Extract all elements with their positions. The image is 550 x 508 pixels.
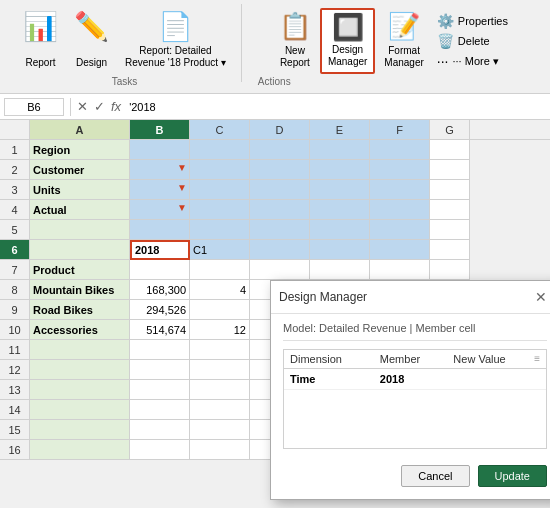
cell-f7[interactable]: [370, 260, 430, 280]
cell-e7[interactable]: [310, 260, 370, 280]
cell-f1[interactable]: [370, 140, 430, 160]
cell-b6[interactable]: 2018: [130, 240, 190, 260]
col-header-e[interactable]: E: [310, 120, 370, 139]
cell-a8[interactable]: Mountain Bikes: [30, 280, 130, 300]
dialog-close-button[interactable]: ✕: [531, 287, 550, 307]
cell-a5[interactable]: [30, 220, 130, 240]
cell-a4[interactable]: Actual: [30, 200, 130, 220]
cell-c6[interactable]: C1: [190, 240, 250, 260]
cell-d4[interactable]: [250, 200, 310, 220]
col-header-d[interactable]: D: [250, 120, 310, 139]
member-cell[interactable]: 2018: [374, 369, 448, 390]
row-num-11[interactable]: 11: [0, 340, 30, 360]
cell-a9[interactable]: Road Bikes: [30, 300, 130, 320]
cell-f4[interactable]: [370, 200, 430, 220]
update-button[interactable]: Update: [478, 465, 547, 487]
design-manager-button[interactable]: 🔲 Design Manager: [320, 8, 375, 74]
cell-a3[interactable]: Units: [30, 180, 130, 200]
dimension-cell[interactable]: Time: [284, 369, 374, 390]
cell-c16[interactable]: [190, 440, 250, 460]
cell-c3[interactable]: [190, 180, 250, 200]
format-manager-button[interactable]: 📝 Format Manager: [377, 8, 430, 74]
cell-b16[interactable]: [130, 440, 190, 460]
cell-a6[interactable]: [30, 240, 130, 260]
cell-f6[interactable]: [370, 240, 430, 260]
cell-d1[interactable]: [250, 140, 310, 160]
cell-c7[interactable]: [190, 260, 250, 280]
cell-d5[interactable]: [250, 220, 310, 240]
cell-a11[interactable]: [30, 340, 130, 360]
row-num-7[interactable]: 7: [0, 260, 30, 280]
cell-c14[interactable]: [190, 400, 250, 420]
formula-input[interactable]: [125, 99, 546, 115]
row-num-1[interactable]: 1: [0, 140, 30, 160]
cell-d7[interactable]: [250, 260, 310, 280]
properties-button[interactable]: ⚙️ Properties: [433, 12, 512, 30]
cell-g4[interactable]: [430, 200, 470, 220]
cell-a10[interactable]: Accessories: [30, 320, 130, 340]
cell-c11[interactable]: [190, 340, 250, 360]
col-header-c[interactable]: C: [190, 120, 250, 139]
cell-f3[interactable]: [370, 180, 430, 200]
cell-g5[interactable]: [430, 220, 470, 240]
cancel-button[interactable]: Cancel: [401, 465, 469, 487]
cancel-icon[interactable]: ✕: [77, 99, 88, 114]
cell-d2[interactable]: [250, 160, 310, 180]
row-num-14[interactable]: 14: [0, 400, 30, 420]
cell-c12[interactable]: [190, 360, 250, 380]
cell-a7[interactable]: Product: [30, 260, 130, 280]
row-num-13[interactable]: 13: [0, 380, 30, 400]
cell-e1[interactable]: [310, 140, 370, 160]
cell-ref-input[interactable]: [4, 98, 64, 116]
cell-g2[interactable]: [430, 160, 470, 180]
cell-e5[interactable]: [310, 220, 370, 240]
cell-e2[interactable]: [310, 160, 370, 180]
cell-g7[interactable]: [430, 260, 470, 280]
cell-a13[interactable]: [30, 380, 130, 400]
col-header-f[interactable]: F: [370, 120, 430, 139]
cell-b13[interactable]: [130, 380, 190, 400]
row-num-8[interactable]: 8: [0, 280, 30, 300]
cell-c2[interactable]: [190, 160, 250, 180]
row-num-16[interactable]: 16: [0, 440, 30, 460]
col-header-a[interactable]: A: [30, 120, 130, 139]
cell-e6[interactable]: [310, 240, 370, 260]
cell-g3[interactable]: [430, 180, 470, 200]
cell-b12[interactable]: [130, 360, 190, 380]
cell-b1[interactable]: [130, 140, 190, 160]
cell-b7[interactable]: [130, 260, 190, 280]
cell-a1[interactable]: Region: [30, 140, 130, 160]
cell-c4[interactable]: [190, 200, 250, 220]
cell-a15[interactable]: [30, 420, 130, 440]
row-num-10[interactable]: 10: [0, 320, 30, 340]
more-button[interactable]: ··· ··· More ▾: [433, 52, 512, 70]
delete-button[interactable]: 🗑️ Delete: [433, 32, 512, 50]
cell-c10[interactable]: 12: [190, 320, 250, 340]
cell-e4[interactable]: [310, 200, 370, 220]
col-header-g[interactable]: G: [430, 120, 470, 139]
cell-a2[interactable]: Customer: [30, 160, 130, 180]
cell-c15[interactable]: [190, 420, 250, 440]
cell-b10[interactable]: 514,674: [130, 320, 190, 340]
cell-c8[interactable]: 4: [190, 280, 250, 300]
cell-f5[interactable]: [370, 220, 430, 240]
cell-b4[interactable]: ▼: [130, 200, 190, 220]
cell-e3[interactable]: [310, 180, 370, 200]
row-num-6[interactable]: 6: [0, 240, 30, 260]
new-value-cell[interactable]: [447, 369, 546, 390]
cell-b3[interactable]: ▼: [130, 180, 190, 200]
cell-a12[interactable]: [30, 360, 130, 380]
row-num-3[interactable]: 3: [0, 180, 30, 200]
cell-a16[interactable]: [30, 440, 130, 460]
row-num-15[interactable]: 15: [0, 420, 30, 440]
cell-b8[interactable]: 168,300: [130, 280, 190, 300]
cell-b11[interactable]: [130, 340, 190, 360]
cell-c1[interactable]: [190, 140, 250, 160]
cell-g6[interactable]: [430, 240, 470, 260]
cell-b2[interactable]: ▼: [130, 160, 190, 180]
row-num-5[interactable]: 5: [0, 220, 30, 240]
cell-c5[interactable]: [190, 220, 250, 240]
cell-g1[interactable]: [430, 140, 470, 160]
confirm-icon[interactable]: ✓: [94, 99, 105, 114]
report-button[interactable]: 📊 Report: [16, 8, 65, 74]
